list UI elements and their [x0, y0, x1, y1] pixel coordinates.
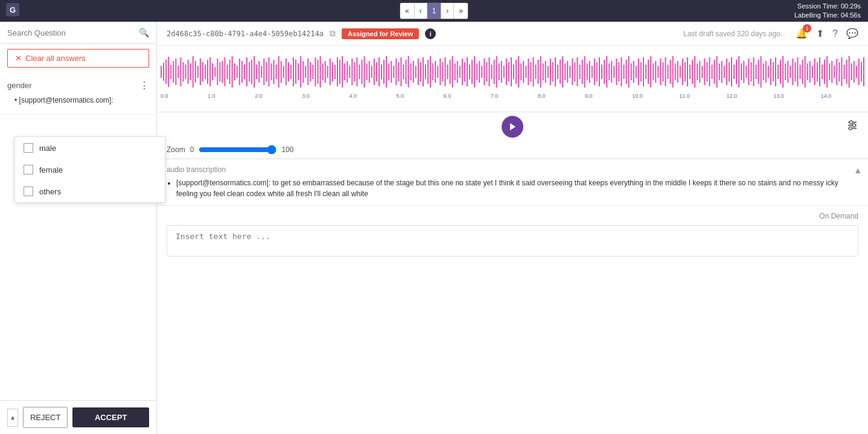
svg-rect-284 — [851, 63, 852, 80]
timeline-mark-1: 1.0 — [208, 93, 215, 99]
others-checkbox[interactable] — [24, 187, 33, 196]
svg-rect-255 — [780, 60, 781, 84]
svg-rect-42 — [258, 61, 260, 83]
svg-rect-242 — [748, 59, 749, 85]
share-icon[interactable]: ⬆ — [816, 28, 824, 39]
search-input[interactable] — [7, 28, 139, 37]
svg-rect-111 — [427, 60, 429, 84]
svg-rect-288 — [861, 62, 862, 81]
svg-rect-129 — [471, 60, 473, 84]
message-icon[interactable]: 💬 — [846, 28, 858, 39]
svg-rect-41 — [256, 65, 257, 79]
female-checkbox[interactable] — [24, 165, 33, 174]
session-time-display: Session Time: 00:29s Labelling Time: 04:… — [794, 2, 861, 21]
svg-rect-236 — [733, 65, 735, 79]
play-button[interactable] — [502, 116, 523, 138]
svg-rect-120 — [450, 60, 451, 84]
svg-rect-187 — [613, 66, 614, 78]
accept-button[interactable]: ACCEPT — [72, 407, 149, 427]
nav-prev-button[interactable]: ‹ — [415, 3, 427, 19]
svg-rect-128 — [469, 65, 470, 79]
male-checkbox[interactable] — [24, 143, 33, 153]
help-icon[interactable]: ? — [832, 28, 838, 39]
svg-rect-78 — [346, 61, 348, 83]
info-icon[interactable]: i — [425, 28, 436, 39]
svg-rect-178 — [592, 66, 593, 78]
svg-rect-192 — [626, 60, 627, 84]
svg-rect-20 — [205, 65, 206, 79]
svg-rect-151 — [525, 66, 526, 78]
nav-current-button[interactable]: 1 — [427, 3, 442, 19]
others-option[interactable]: others — [15, 180, 165, 202]
svg-rect-250 — [768, 66, 769, 78]
svg-rect-167 — [564, 63, 566, 80]
svg-rect-263 — [800, 65, 801, 79]
timeline-mark-13: 13.0 — [774, 93, 785, 99]
svg-rect-174 — [582, 60, 583, 84]
svg-rect-235 — [731, 57, 732, 86]
svg-rect-115 — [437, 66, 438, 78]
waveform-container[interactable]: // Generate waveform-like path — [157, 46, 868, 112]
notifications-icon[interactable]: 🔔 1 — [796, 28, 808, 39]
svg-rect-264 — [802, 60, 803, 84]
nav-last-button[interactable]: » — [454, 3, 468, 19]
timeline-mark-3: 3.0 — [302, 93, 310, 99]
nav-first-button[interactable]: « — [400, 3, 415, 19]
svg-rect-110 — [425, 65, 426, 79]
svg-rect-76 — [342, 56, 343, 88]
svg-rect-123 — [457, 61, 458, 83]
svg-marker-290 — [510, 123, 515, 130]
svg-rect-18 — [200, 59, 201, 85]
svg-rect-230 — [719, 63, 720, 80]
nav-next-button[interactable]: › — [441, 3, 454, 19]
male-option[interactable]: male — [15, 137, 165, 159]
svg-rect-63 — [310, 62, 311, 81]
svg-rect-72 — [332, 62, 333, 81]
svg-rect-69 — [325, 61, 326, 83]
svg-rect-148 — [518, 56, 519, 88]
svg-rect-130 — [474, 56, 475, 88]
svg-rect-164 — [557, 65, 558, 79]
svg-rect-274 — [826, 56, 828, 88]
reject-button[interactable]: REJECT — [23, 407, 68, 428]
female-option[interactable]: female — [15, 159, 165, 180]
svg-rect-112 — [430, 56, 431, 88]
svg-rect-246 — [758, 60, 759, 84]
svg-rect-193 — [628, 56, 630, 88]
svg-rect-286 — [856, 66, 857, 78]
text-input[interactable] — [167, 225, 858, 257]
svg-rect-275 — [829, 63, 830, 80]
svg-rect-114 — [435, 61, 436, 83]
svg-rect-77 — [344, 63, 345, 80]
svg-rect-45 — [266, 62, 267, 81]
svg-rect-144 — [508, 62, 509, 81]
svg-rect-233 — [726, 59, 727, 85]
collapse-sidebar-button[interactable]: ▲ — [7, 409, 18, 427]
copy-icon[interactable]: ⧉ — [330, 28, 336, 39]
options-menu-icon[interactable]: ⋮ — [139, 80, 149, 91]
svg-rect-185 — [608, 63, 610, 80]
svg-rect-188 — [616, 59, 617, 85]
svg-rect-66 — [318, 60, 319, 84]
navigation-controls: « ‹ 1 › » — [400, 2, 468, 19]
svg-rect-127 — [467, 57, 468, 86]
svg-rect-208 — [665, 57, 666, 86]
svg-rect-37 — [246, 57, 247, 86]
svg-rect-82 — [356, 57, 357, 86]
svg-rect-87 — [369, 61, 370, 83]
svg-rect-62 — [307, 59, 308, 85]
svg-rect-21 — [207, 60, 208, 84]
svg-rect-285 — [854, 61, 855, 83]
svg-rect-23 — [212, 63, 213, 80]
svg-rect-282 — [846, 60, 847, 84]
svg-rect-73 — [334, 65, 336, 79]
audio-settings-icon[interactable] — [846, 120, 858, 135]
svg-point-295 — [853, 124, 856, 127]
notification-count: 1 — [803, 24, 811, 33]
x-icon: ✕ — [15, 54, 22, 63]
svg-rect-28 — [224, 57, 225, 86]
zoom-slider[interactable] — [199, 145, 276, 155]
clear-answers-button[interactable]: ✕ Clear all answers — [7, 49, 149, 68]
collapse-transcription-button[interactable]: ▲ — [854, 165, 862, 175]
svg-rect-101 — [403, 65, 404, 79]
